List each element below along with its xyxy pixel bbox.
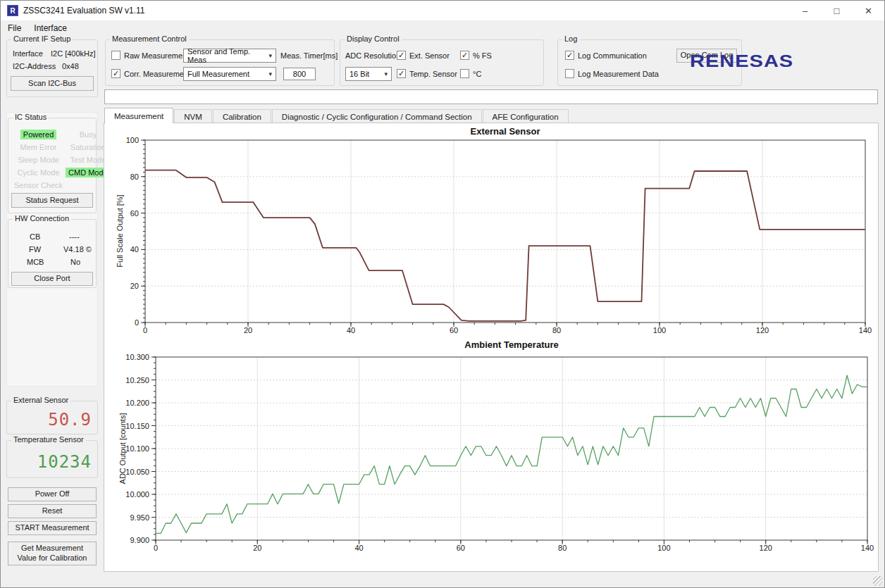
close-button[interactable]: ✕ [853, 1, 884, 20]
svg-text:0: 0 [135, 318, 139, 327]
corr-measurement-checkbox[interactable] [111, 69, 120, 78]
temperature-sensor-group: Temperature Sensor 10234 [6, 440, 98, 478]
svg-text:External Sensor: External Sensor [471, 126, 540, 137]
svg-text:80: 80 [558, 544, 567, 552]
renesas-logo: RENESAS [690, 51, 831, 73]
svg-text:40: 40 [354, 544, 363, 552]
close-port-button[interactable]: Close Port [11, 272, 93, 286]
window-title: ZSSC3241 Evaluation SW v1.11 [23, 6, 145, 15]
svg-text:10.000: 10.000 [125, 490, 149, 499]
meas-timer-input[interactable] [283, 68, 316, 80]
reset-button[interactable]: Reset [8, 504, 97, 518]
tab-nvm[interactable]: NVM [174, 109, 212, 123]
measurement-type-select[interactable]: Full Measurement▾ [183, 67, 276, 81]
tab-calibration[interactable]: Calibration [213, 109, 271, 123]
maximize-button[interactable]: □ [821, 1, 853, 20]
svg-text:10.100: 10.100 [125, 444, 149, 453]
svg-text:20: 20 [130, 282, 139, 290]
i2c-address-label: I2C-Address [13, 62, 56, 70]
resize-grip[interactable] [873, 576, 883, 586]
status-sleep-mode: Sleep Mode [15, 155, 62, 165]
status-busy: Busy [77, 130, 99, 139]
svg-text:80: 80 [552, 326, 561, 334]
corr-measurement-label: Corr. Measurement [124, 70, 190, 78]
svg-text:100: 100 [657, 544, 670, 552]
minimize-button[interactable]: – [789, 1, 821, 20]
svg-text:40: 40 [130, 245, 139, 254]
svg-text:0: 0 [154, 544, 158, 552]
tab-strip: Measurement NVM Calibration Diagnostic /… [104, 108, 569, 123]
svg-text:10.050: 10.050 [125, 468, 149, 476]
svg-text:100: 100 [126, 136, 139, 144]
svg-text:120: 120 [756, 326, 769, 334]
i2c-address-value: 0x48 [62, 62, 79, 70]
scan-i2c-bus-button[interactable]: Scan I2C-Bus [11, 76, 94, 91]
external-sensor-title: External Sensor [11, 396, 70, 404]
start-measurement-button[interactable]: START Measurement [8, 521, 97, 535]
status-test-mode: Test Mode [68, 155, 109, 165]
status-saturation: Saturation [68, 142, 109, 152]
svg-text:20: 20 [253, 544, 261, 552]
svg-text:60: 60 [457, 544, 465, 552]
current-if-setup-title: Current IF Setup [11, 35, 73, 43]
chart1-y-axis-label: Full Scale Output [%] [116, 194, 124, 267]
fw-value: V4.18 © [63, 245, 92, 254]
ic-status-group: IC Status Powered Busy Mem Error Saturat… [8, 118, 97, 213]
svg-text:20: 20 [244, 326, 252, 334]
svg-text:140: 140 [859, 326, 872, 334]
message-bar[interactable] [104, 89, 878, 104]
get-measurement-value-button[interactable]: Get Measurement Value for Calibration [8, 542, 97, 565]
tab-afe-configuration[interactable]: AFE Configuration [483, 109, 569, 123]
svg-text:10.200: 10.200 [125, 399, 149, 407]
tab-diagnostic-cyclic-command[interactable]: Diagnostic / Cyclic Configuration / Comm… [272, 109, 482, 123]
temperature-sensor-title: Temperature Sensor [11, 435, 86, 444]
svg-text:10.250: 10.250 [125, 376, 149, 384]
tab-measurement[interactable]: Measurement [104, 108, 173, 123]
measurement-tab-panel: 020406080100120140020406080100External S… [104, 123, 879, 572]
ext-sensor-label: Ext. Sensor [409, 51, 450, 60]
log-title: Log [562, 35, 579, 43]
svg-text:60: 60 [130, 209, 139, 218]
svg-text:9.950: 9.950 [130, 513, 149, 522]
adc-resolution-select[interactable]: 16 Bit▾ [345, 67, 392, 81]
percent-fs-checkbox[interactable] [460, 51, 469, 60]
percent-fs-label: % FS [473, 51, 492, 60]
fw-label: FW [29, 245, 41, 254]
mcb-label: MCB [27, 258, 44, 266]
status-sensor-check: Sensor Check [11, 180, 66, 190]
svg-text:10.300: 10.300 [125, 353, 149, 361]
ambient-temperature-chart: 0204060801001201409.9009.95010.00010.050… [104, 338, 879, 570]
menu-file[interactable]: File [2, 22, 27, 35]
external-sensor-group: External Sensor 50.9 [6, 401, 98, 434]
display-control-title: Display Control [345, 35, 402, 43]
raw-measurement-checkbox[interactable] [111, 51, 120, 60]
svg-text:10.150: 10.150 [125, 422, 149, 430]
raw-measurement-label: Raw Measurement [124, 51, 189, 60]
temp-sensor-checkbox[interactable] [397, 69, 406, 78]
chevron-down-icon: ▾ [384, 70, 388, 77]
power-off-button[interactable]: Power Off [8, 487, 97, 501]
temperature-sensor-value: 10234 [37, 452, 92, 472]
menu-interface[interactable]: Interface [28, 22, 73, 35]
status-request-button[interactable]: Status Request [11, 193, 93, 208]
external-sensor-value: 50.9 [48, 410, 92, 430]
log-communication-label: Log Communication [578, 51, 647, 60]
hw-connection-title: HW Connection [13, 214, 71, 223]
svg-text:100: 100 [653, 326, 666, 334]
svg-text:140: 140 [861, 544, 874, 552]
svg-text:40: 40 [347, 326, 355, 334]
display-control-group: Display Control ADC Resolution Ext. Sens… [340, 39, 544, 86]
svg-text:Ambient Temperature: Ambient Temperature [464, 339, 558, 350]
app-icon: R [7, 5, 18, 16]
chevron-down-icon: ▾ [268, 52, 272, 59]
ext-sensor-checkbox[interactable] [397, 51, 406, 60]
measurement-mode-select[interactable]: Sensor and Temp. Meas▾ [183, 49, 276, 63]
adc-resolution-label: ADC Resolution [345, 51, 400, 60]
status-powered: Powered [20, 130, 56, 139]
title-bar: R ZSSC3241 Evaluation SW v1.11 – □ ✕ [1, 1, 884, 20]
log-measurement-data-checkbox[interactable] [565, 69, 574, 78]
cb-value: ---- [69, 232, 80, 241]
ic-status-title: IC Status [13, 113, 49, 121]
celsius-checkbox[interactable] [460, 69, 469, 78]
log-communication-checkbox[interactable] [565, 51, 574, 60]
